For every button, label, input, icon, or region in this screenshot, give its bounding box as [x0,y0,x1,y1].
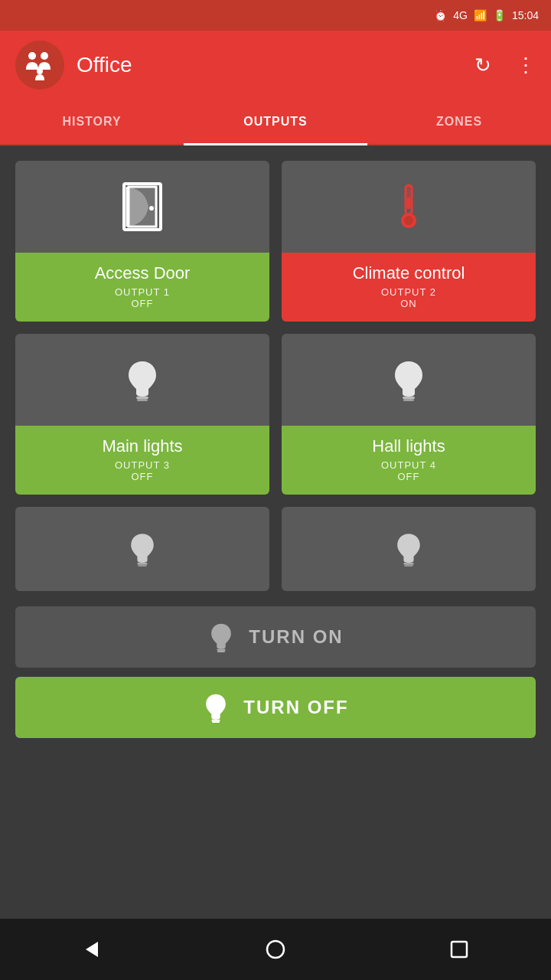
more-options-icon[interactable]: ⋮ [516,54,536,77]
card-main-lights[interactable]: Main lights OUTPUT 3 OFF [15,334,269,495]
bottom-nav [0,919,551,980]
svg-point-25 [267,941,284,958]
svg-rect-12 [136,397,148,399]
tabs-bar: HISTORY OUTPUTS ZONES [0,100,551,145]
tab-outputs[interactable]: OUTPUTS [184,100,367,144]
svg-rect-22 [212,720,220,721]
partial-card-left[interactable] [15,507,269,591]
card-hall-lights[interactable]: Hall lights OUTPUT 4 OFF [282,334,536,495]
card-icon-area-hall-lights [282,334,536,426]
recents-button[interactable] [436,926,482,972]
svg-rect-18 [403,563,413,564]
partial-card-right[interactable] [282,507,536,591]
svg-rect-21 [217,651,225,652]
network-label: 4G [453,9,468,21]
card-label-hall-lights: Hall lights OUTPUT 4 OFF [282,426,536,495]
header: Office ↻ ⋮ [0,31,551,100]
svg-rect-16 [137,563,147,564]
card-climate-control[interactable]: Climate control OUTPUT 2 ON [282,161,536,322]
card-label-climate: Climate control OUTPUT 2 ON [282,253,536,322]
card-icon-area-main-lights [15,334,269,426]
tab-history[interactable]: HISTORY [0,100,184,144]
turn-on-button[interactable]: TURN ON [15,606,536,668]
svg-point-1 [41,52,48,60]
svg-rect-9 [407,198,411,209]
svg-rect-20 [217,649,226,651]
svg-rect-26 [452,942,467,957]
card-icon-area-access-door [15,161,269,253]
status-bar: ⏰ 4G 📶 🔋 15:04 [0,0,551,31]
turn-off-button[interactable]: TURN OFF [15,677,536,738]
home-button[interactable] [253,926,298,972]
svg-marker-24 [86,942,98,957]
main-content: Access Door OUTPUT 1 OFF Climate control… [0,145,551,919]
alarm-icon: ⏰ [434,9,447,21]
outputs-grid: Access Door OUTPUT 1 OFF Climate control… [15,161,536,495]
svg-point-11 [404,216,413,225]
page-title: Office [77,53,450,77]
tab-zones[interactable]: ZONES [367,100,551,144]
back-button[interactable] [69,926,115,972]
card-access-door[interactable]: Access Door OUTPUT 1 OFF [15,161,269,322]
svg-rect-17 [138,565,147,567]
card-icon-area-climate [282,161,536,253]
avatar [15,41,64,90]
svg-rect-23 [212,721,220,723]
partial-cards-row [15,507,536,591]
card-label-access-door: Access Door OUTPUT 1 OFF [15,253,269,322]
signal-icon: 📶 [474,9,487,21]
svg-point-0 [28,52,36,60]
svg-rect-19 [404,565,413,567]
svg-rect-14 [403,397,415,399]
action-buttons: TURN ON TURN OFF [15,606,536,738]
svg-rect-15 [403,399,414,401]
svg-rect-13 [137,399,148,401]
card-label-main-lights: Main lights OUTPUT 3 OFF [15,426,269,495]
svg-point-2 [37,68,43,74]
refresh-icon[interactable]: ↻ [474,54,491,77]
svg-point-6 [149,206,154,211]
battery-icon: 🔋 [493,9,506,21]
time-label: 15:04 [512,9,539,21]
